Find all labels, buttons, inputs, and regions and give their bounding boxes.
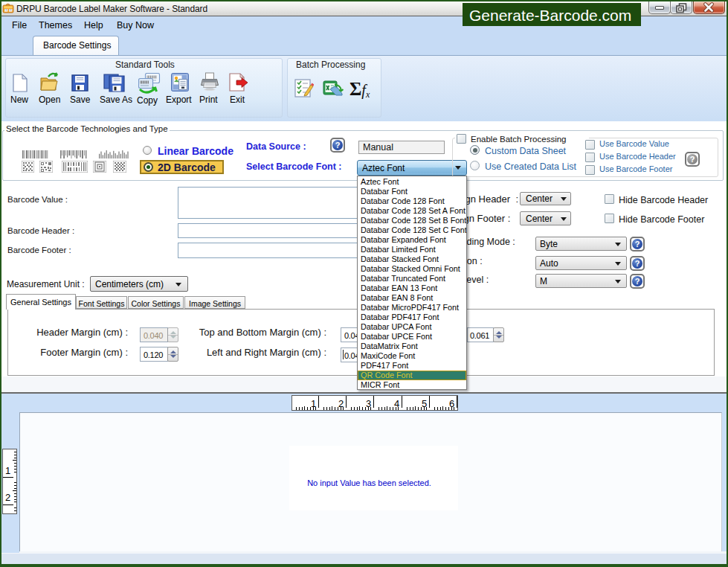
svg-text:4: 4 <box>394 398 399 409</box>
svg-text:2: 2 <box>5 492 10 503</box>
svg-text:1: 1 <box>5 465 10 476</box>
